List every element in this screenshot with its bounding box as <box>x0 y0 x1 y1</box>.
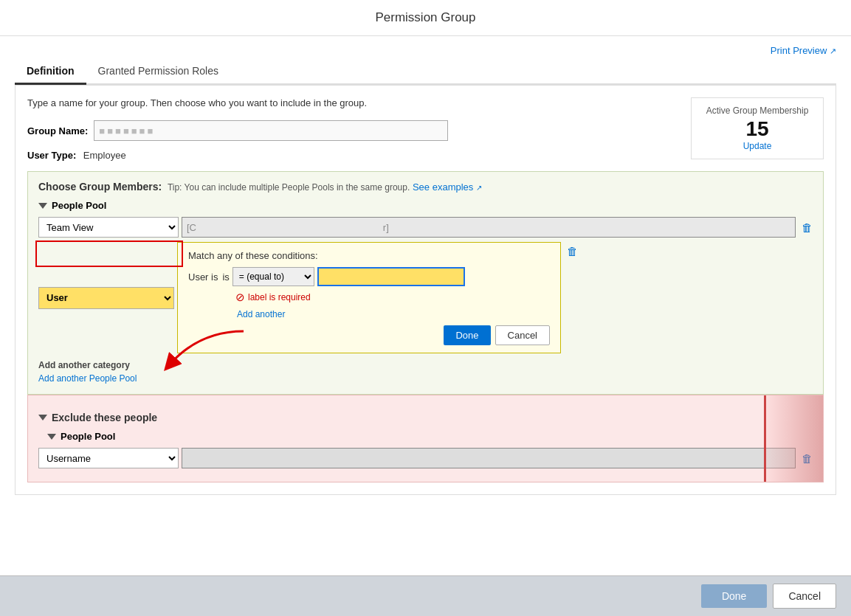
error-text: label is required <box>248 292 311 302</box>
user-type-label: User Type: <box>27 150 76 161</box>
pool-row-2: User Match any of these conditions: User… <box>38 242 813 353</box>
pool-select-2[interactable]: User <box>39 288 173 308</box>
external-link-icon: ↗ <box>830 46 836 55</box>
pool-input-1[interactable] <box>182 217 796 238</box>
tab-definition[interactable]: Definition <box>15 59 86 85</box>
group-name-row: Group Name: <box>27 120 676 141</box>
exclude-title: Exclude these people <box>38 412 813 423</box>
add-another-link[interactable]: Add another <box>235 309 285 319</box>
membership-card-title: Active Group Membership <box>703 105 811 116</box>
bottom-cancel-button[interactable]: Cancel <box>773 584 836 609</box>
group-name-input[interactable] <box>94 120 448 141</box>
page-header: Permission Group <box>0 0 851 36</box>
tip-text: Tip: You can include multiple People Poo… <box>168 182 410 193</box>
page-title: Permission Group <box>375 10 475 24</box>
bottom-done-button[interactable]: Done <box>701 584 767 608</box>
exclude-pool-input[interactable] <box>182 448 796 468</box>
membership-count: 15 <box>703 117 811 141</box>
popup-cancel-button[interactable]: Cancel <box>495 325 550 345</box>
error-row: ⊘ label is required <box>188 291 550 304</box>
print-preview-bar: Print Preview ↗ <box>15 36 836 59</box>
add-category-label[interactable]: Add another category <box>38 360 130 370</box>
exclude-pool-row: Username 🗑 <box>38 448 813 468</box>
group-name-label: Group Name: <box>27 125 88 136</box>
add-pool-link[interactable]: Add another People Pool <box>38 373 813 384</box>
see-examples-link[interactable]: See examples ↗ <box>413 181 482 193</box>
add-another-row: Add another <box>188 308 550 319</box>
condition-row: User is is = (equal to) ≠ (not equal to) <box>188 267 550 286</box>
bottom-bar: Done Cancel <box>0 575 851 616</box>
membership-update-link[interactable]: Update <box>703 141 811 151</box>
collapse-icon[interactable] <box>38 203 47 209</box>
content-area: Active Group Membership 15 Update Type a… <box>15 85 836 495</box>
external-link-icon-2: ↗ <box>476 184 482 192</box>
exclude-collapse-icon[interactable] <box>38 415 47 421</box>
operator-select[interactable]: = (equal to) ≠ (not equal to) <box>232 267 314 286</box>
user-type-value: Employee <box>83 150 126 161</box>
match-conditions-popup: Match any of these conditions: User is i… <box>177 242 561 353</box>
pool-row-2-wrapper: User Match any of these conditions: User… <box>38 242 813 353</box>
exclude-pool-select[interactable]: Username <box>38 448 179 468</box>
popup-buttons: Done Cancel <box>188 325 550 345</box>
condition-input[interactable] <box>317 267 465 286</box>
group-members-title: Choose Group Members: <box>38 181 162 193</box>
condition-is-label: is <box>222 271 229 283</box>
people-pool-header: People Pool <box>38 200 813 211</box>
exclude-trash-icon[interactable]: 🗑 <box>802 452 813 465</box>
exclude-pool-collapse-icon[interactable] <box>47 434 56 440</box>
match-conditions-title: Match any of these conditions: <box>188 250 550 261</box>
group-members-section: Choose Group Members: Tip: You can inclu… <box>27 171 824 395</box>
trash-icon-1[interactable]: 🗑 <box>802 221 813 234</box>
print-preview-link[interactable]: Print Preview ↗ <box>771 45 836 56</box>
trash-icon-2[interactable]: 🗑 <box>567 245 578 257</box>
exclude-pool-header: People Pool <box>38 431 813 442</box>
condition-label: User is <box>188 271 218 283</box>
popup-done-button[interactable]: Done <box>444 325 490 345</box>
tabs: Definition Granted Permission Roles <box>15 59 836 85</box>
pool-row-1: Team View 🗑 <box>38 217 813 238</box>
pool-select-1[interactable]: Team View <box>38 217 179 238</box>
error-icon: ⊘ <box>235 291 245 304</box>
exclude-section: Exclude these people People Pool Usernam… <box>27 395 824 482</box>
add-category-row: Add another category <box>38 359 813 370</box>
membership-card: Active Group Membership 15 Update <box>691 97 824 159</box>
tab-granted-permission-roles[interactable]: Granted Permission Roles <box>86 59 230 85</box>
